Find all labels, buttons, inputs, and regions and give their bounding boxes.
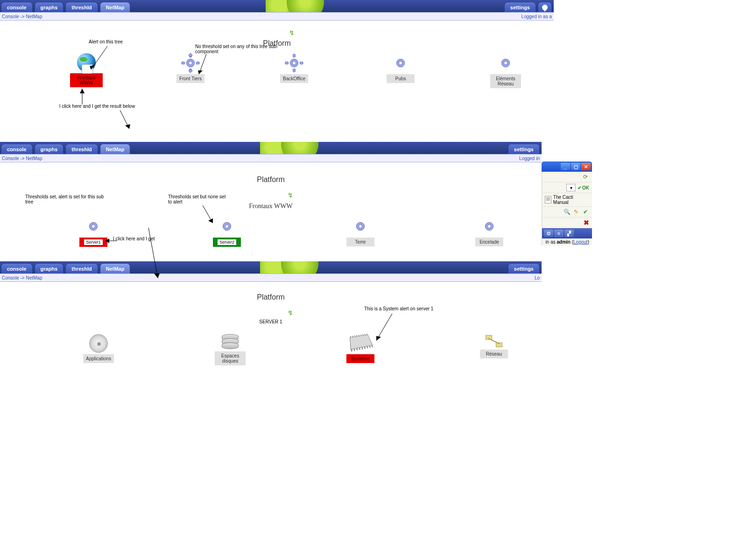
- logout-link[interactable]: Logout: [573, 239, 588, 245]
- chip-icon: [350, 335, 373, 350]
- tab-console[interactable]: console: [1, 263, 33, 273]
- node-terre[interactable]: Terre: [346, 217, 374, 246]
- node-label-frontaux: Frontaux WWW: [70, 73, 103, 87]
- gear-icon: [479, 217, 499, 236]
- node-pubs[interactable]: Pubs: [387, 53, 415, 83]
- svg-marker-27: [125, 124, 130, 129]
- tab-settings[interactable]: settings: [504, 2, 536, 12]
- navbar-2: console graphs threshld NetMap settings: [0, 142, 542, 154]
- edit-icon[interactable]: ✎: [572, 208, 580, 216]
- annotation-alert: Alert on this tree: [89, 39, 123, 44]
- svg-rect-15: [300, 62, 303, 64]
- svg-marker-41: [376, 336, 381, 341]
- preview-icon[interactable]: ▞: [564, 230, 574, 237]
- cacti-manual-link[interactable]: The Cacti Manual: [553, 195, 589, 205]
- annotation-nothreshold: No threshold set on any of this tree sub…: [195, 44, 279, 54]
- page-title-3: Platform: [0, 293, 542, 301]
- tab-netmap[interactable]: NetMap: [100, 144, 131, 154]
- page-subtitle-3: SERVER 1: [0, 319, 542, 324]
- breadcrumb-console[interactable]: Console: [2, 156, 19, 161]
- svg-point-19: [504, 62, 507, 65]
- login-status: Lo: [535, 275, 540, 280]
- check-icon[interactable]: ✔: [582, 208, 589, 216]
- svg-point-11: [293, 62, 296, 65]
- tab-console[interactable]: console: [1, 144, 33, 154]
- logo-swoosh: [260, 142, 325, 154]
- navbar-1: console graphs threshld NetMap settings: [0, 0, 554, 12]
- annotation-thnone: Thresholds set but none set to alert: [168, 194, 229, 204]
- node-frontaux-www[interactable]: Frontaux WWW: [70, 53, 103, 87]
- node-network[interactable]: Réseau: [480, 334, 508, 358]
- annotation-thset: Thresholds set, alert is set for this su…: [25, 194, 105, 204]
- node-label-apps: Applications: [83, 354, 114, 363]
- gear-icon: [351, 217, 370, 236]
- tab-threshld[interactable]: threshld: [65, 2, 98, 12]
- tab-graphs[interactable]: graphs: [35, 144, 64, 154]
- svg-point-31: [226, 225, 229, 228]
- window-maximize-button[interactable]: ▢: [571, 163, 580, 170]
- page-title-2: Platform: [0, 175, 542, 184]
- tree-icon[interactable]: ❂: [544, 230, 553, 237]
- tab-netmap[interactable]: NetMap: [100, 263, 131, 273]
- node-disk[interactable]: Espaces disques: [215, 334, 246, 365]
- node-applications[interactable]: Applications: [83, 334, 114, 363]
- magnifier-icon[interactable]: 🔍: [563, 208, 571, 216]
- svg-rect-14: [285, 62, 289, 64]
- globe-icon: [77, 53, 96, 72]
- disc-icon: [89, 334, 108, 353]
- list-icon[interactable]: ≡: [554, 230, 564, 237]
- node-server1[interactable]: Server1: [79, 217, 107, 247]
- close-x-icon[interactable]: ✖: [584, 219, 589, 226]
- node-encelade[interactable]: Encelade: [475, 217, 503, 246]
- tree-icon-button[interactable]: [538, 2, 552, 12]
- tab-graphs[interactable]: graphs: [35, 263, 64, 273]
- breadcrumb-sep: ->: [20, 14, 26, 19]
- tab-graphs[interactable]: graphs: [35, 2, 64, 12]
- node-label-system: Système: [346, 354, 374, 363]
- tab-settings[interactable]: settings: [508, 144, 540, 154]
- node-label-server2: Server2: [213, 238, 241, 247]
- gear-icon: [391, 53, 410, 73]
- svg-marker-37: [208, 218, 213, 223]
- breadcrumb-page: NetMap: [26, 14, 42, 19]
- dropdown[interactable]: ▾: [566, 184, 576, 191]
- breadcrumb-3: Console -> NetMap Lo: [0, 273, 542, 282]
- annotation-click: I click here and I get the result below: [55, 104, 139, 109]
- annotation-click2: I click here and I get: [113, 236, 155, 241]
- node-label-network: Réseau: [480, 350, 508, 358]
- window-minimize-button[interactable]: _: [561, 163, 570, 170]
- network-plug-icon: [485, 334, 503, 348]
- svg-rect-13: [293, 69, 295, 72]
- gear-icon: [496, 53, 515, 73]
- blue-icon-strip: ❂ ≡ ▞: [542, 228, 592, 238]
- svg-rect-4: [196, 62, 199, 64]
- navbar-3: console graphs threshld NetMap settings: [0, 261, 542, 273]
- node-server2[interactable]: Server2: [213, 217, 241, 247]
- node-label-disk: Espaces disques: [215, 351, 246, 365]
- refresh-icon[interactable]: ⟳: [582, 173, 589, 181]
- svg-point-17: [399, 62, 402, 65]
- gear-icon: [284, 53, 304, 73]
- breadcrumb-console[interactable]: Console: [2, 14, 19, 19]
- node-front-tiers[interactable]: Front Tiers: [176, 53, 204, 83]
- tree-icon: [541, 3, 549, 11]
- tab-threshld[interactable]: threshld: [65, 144, 98, 154]
- node-label-terre: Terre: [346, 238, 374, 246]
- node-label-pubs: Pubs: [387, 74, 415, 83]
- side-window: _ ▢ ✕ ⟳ ▾ ✔ OK The Cacti Manual 🔍 ✎ ✔ ✖ …: [542, 161, 592, 245]
- node-backoffice[interactable]: BackOffice: [280, 53, 308, 83]
- login-status: Logged in: [519, 156, 540, 161]
- tab-threshld[interactable]: threshld: [65, 263, 98, 273]
- tab-settings[interactable]: settings: [508, 263, 540, 273]
- node-system[interactable]: Système: [346, 334, 374, 363]
- breadcrumb-console[interactable]: Console: [2, 275, 19, 280]
- ok-button[interactable]: ✔ OK: [578, 185, 589, 190]
- login-status: Logged in as a: [521, 14, 552, 19]
- window-close-button[interactable]: ✕: [581, 163, 591, 170]
- node-elements-reseau[interactable]: Eléments Réseau: [490, 53, 521, 88]
- node-label-backoffice: BackOffice: [280, 74, 308, 83]
- tab-console[interactable]: console: [1, 2, 33, 12]
- tab-netmap[interactable]: NetMap: [100, 2, 131, 12]
- svg-marker-25: [80, 89, 85, 93]
- annotation-sysalert: This is a System alert on server 1: [364, 306, 433, 311]
